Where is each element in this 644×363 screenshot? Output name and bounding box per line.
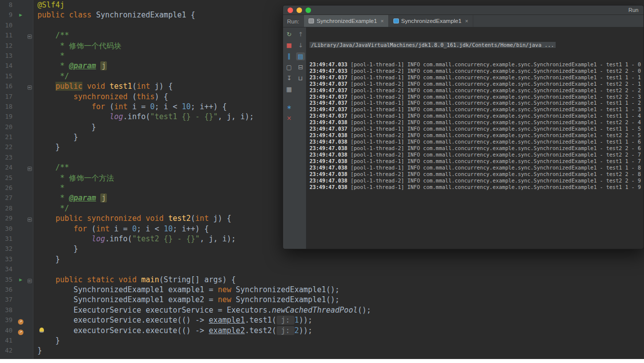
fold-marker[interactable]: − [25, 81, 33, 91]
line-number[interactable]: 33 [0, 254, 16, 264]
scroll-to-end-icon[interactable]: ↧ [285, 74, 294, 82]
console-log-line: 23:49:47.037 [pool-1-thread-1] INFO com.… [310, 113, 641, 119]
code-text: log.info("test2 {} - {}", j, i); [33, 234, 236, 244]
line-number[interactable]: 20 [0, 122, 16, 132]
line-number[interactable]: 36 [0, 285, 16, 295]
gc-icon[interactable]: ∗ [285, 103, 294, 111]
gutter-spacer [16, 234, 25, 244]
gutter-spacer [16, 264, 25, 274]
line-number[interactable]: 26 [0, 183, 16, 193]
zoom-window-button[interactable] [306, 7, 311, 13]
code-line[interactable]: 41 } [0, 336, 644, 346]
line-number[interactable]: 21 [0, 132, 16, 142]
line-number[interactable]: 17 [0, 92, 16, 102]
line-number[interactable]: 28 [0, 203, 16, 213]
restore-layout-icon[interactable]: ▢ [285, 63, 294, 71]
run-toolbar: ↻■‖▢↧▦∗× ↑↓▤⊟⊔ [283, 27, 307, 249]
line-number[interactable]: 39 [0, 315, 16, 325]
rerun-icon[interactable]: ↻ [285, 30, 294, 38]
line-number[interactable]: 18 [0, 102, 16, 112]
code-line[interactable]: 36 SynchronizedExample1 example1 = new S… [0, 285, 644, 295]
fold-spacer [25, 203, 33, 213]
gutter-spacer [16, 122, 25, 132]
line-number[interactable]: 8 [0, 0, 16, 10]
window-title: Run [629, 7, 639, 13]
window-titlebar[interactable]: Run [283, 5, 644, 15]
fold-spacer [25, 315, 33, 325]
close-tab-icon[interactable]: × [380, 18, 383, 24]
line-number[interactable]: 15 [0, 71, 16, 81]
gutter-spacer [16, 102, 25, 112]
code-text: synchronized (this) { [33, 92, 168, 102]
line-number[interactable]: 31 [0, 234, 16, 244]
ide-root: 8@Slf4j9▶public class SynchronizedExampl… [0, 0, 644, 363]
pause-output-icon[interactable]: ‖ [285, 52, 294, 60]
code-text: */ [33, 71, 69, 81]
line-number[interactable]: 35 [0, 275, 16, 285]
soft-wrap-icon[interactable]: ▤ [296, 52, 305, 60]
line-number[interactable]: 11 [0, 30, 16, 40]
stop-icon[interactable]: ■ [285, 41, 294, 49]
line-number[interactable]: 42 [0, 346, 16, 356]
orange-arrow-circle-icon[interactable]: ↗ [16, 326, 25, 336]
fold-marker[interactable]: − [25, 275, 33, 285]
fold-marker[interactable]: − [25, 30, 33, 40]
fold-spacer [25, 346, 33, 356]
line-number[interactable]: 29 [0, 213, 16, 223]
line-number[interactable]: 16 [0, 81, 16, 91]
fold-spacer [25, 0, 33, 10]
fold-marker[interactable]: − [25, 163, 33, 173]
line-number[interactable]: 25 [0, 173, 16, 183]
fold-spacer [25, 122, 33, 132]
clear-all-icon[interactable]: ⊔ [296, 74, 305, 82]
gutter-spacer [16, 224, 25, 234]
run-button-icon[interactable]: ▶ [16, 10, 25, 20]
line-number[interactable]: 10 [0, 20, 16, 30]
close-window-button[interactable] [288, 7, 293, 13]
code-line[interactable]: 34 [0, 264, 644, 274]
line-number[interactable]: 41 [0, 336, 16, 346]
console-log-line: 23:49:47.037 [pool-1-thread-2] INFO com.… [310, 87, 641, 94]
run-tab[interactable]: SynchronizedExample1× [304, 15, 388, 27]
code-line[interactable]: 37 SynchronizedExample1 example2 = new S… [0, 295, 644, 305]
fold-marker[interactable]: − [25, 213, 33, 223]
console-output[interactable]: /Library/Java/JavaVirtualMachines/jdk1.8… [307, 27, 644, 249]
next-occurrence-icon[interactable]: ↓ [296, 41, 305, 49]
line-number[interactable]: 38 [0, 305, 16, 315]
run-button-icon[interactable]: ▶ [16, 275, 25, 285]
line-number[interactable]: 13 [0, 51, 16, 61]
code-line[interactable]: 42} [0, 346, 644, 356]
line-number[interactable]: 9 [0, 10, 16, 20]
minimize-window-button[interactable] [297, 7, 302, 13]
line-number[interactable]: 24 [0, 163, 16, 173]
line-number[interactable]: 23 [0, 153, 16, 163]
dump-threads-icon[interactable]: ▦ [285, 85, 294, 93]
code-line[interactable]: 39↗ executorService.execute(() -> exampl… [0, 315, 644, 325]
close-tab-icon[interactable]: × [465, 18, 468, 24]
print-icon[interactable]: ⊟ [296, 63, 305, 71]
line-number[interactable]: 34 [0, 264, 16, 274]
line-number[interactable]: 22 [0, 142, 16, 152]
intention-bulb-icon[interactable] [39, 328, 44, 333]
code-line[interactable]: 33 } [0, 254, 644, 264]
line-number[interactable]: 14 [0, 61, 16, 71]
code-line[interactable]: 35▶− public static void main(String[] ar… [0, 275, 644, 285]
close-console-icon[interactable]: × [285, 114, 294, 122]
line-number[interactable]: 19 [0, 112, 16, 122]
orange-arrow-circle-icon[interactable]: ↗ [16, 315, 25, 325]
gutter-spacer [16, 305, 25, 315]
code-text: @Slf4j [33, 0, 64, 10]
line-number[interactable]: 27 [0, 193, 16, 203]
line-number[interactable]: 32 [0, 244, 16, 254]
line-number[interactable]: 30 [0, 224, 16, 234]
run-tab[interactable]: SynchronizedExample1× [389, 15, 473, 27]
line-number[interactable]: 12 [0, 41, 16, 51]
gutter-spacer [16, 254, 25, 264]
line-number[interactable]: 40 [0, 326, 16, 336]
code-text: public class SynchronizedExample1 { [33, 10, 195, 20]
gutter-spacer [16, 163, 25, 173]
code-line[interactable]: 40↗ executorService.execute(() -> exampl… [0, 326, 644, 336]
prev-occurrence-icon[interactable]: ↑ [296, 30, 305, 38]
code-line[interactable]: 38 ExecutorService executorService = Exe… [0, 305, 644, 315]
line-number[interactable]: 37 [0, 295, 16, 305]
